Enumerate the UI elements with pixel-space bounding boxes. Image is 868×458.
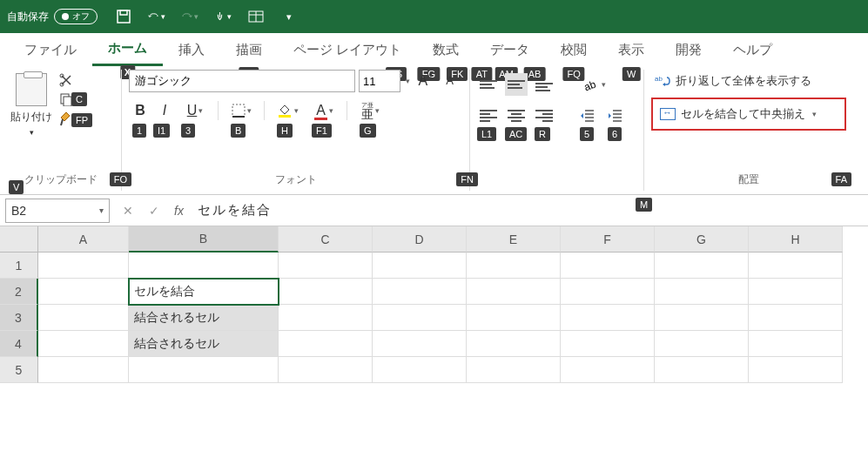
cell[interactable] [373, 253, 467, 279]
qat-customize-icon[interactable]: ▾ [280, 8, 298, 25]
cell[interactable] [38, 305, 129, 331]
orientation-button[interactable]: ab ▾ [576, 73, 611, 96]
formula-input[interactable]: セルを結合 [191, 202, 868, 219]
tab-data[interactable]: データATAMAB [474, 35, 545, 65]
format-painter-button[interactable]: FP [59, 111, 81, 127]
cell[interactable]: セルを結合 [129, 279, 279, 305]
undo-icon[interactable]: ▾ [148, 8, 165, 25]
cell[interactable] [279, 357, 373, 383]
select-all-corner[interactable] [0, 226, 38, 253]
cell[interactable] [655, 305, 749, 331]
cell[interactable] [373, 279, 467, 305]
tab-file[interactable]: ファイル [9, 35, 92, 65]
tab-review[interactable]: 校閲FQ [545, 35, 602, 65]
cell[interactable] [38, 253, 129, 279]
tab-view[interactable]: 表示W [602, 35, 660, 65]
row-header[interactable]: 2 [0, 279, 38, 305]
touch-mode-icon[interactable]: ▾ [214, 8, 232, 25]
cell[interactable] [749, 305, 843, 331]
cell[interactable] [373, 357, 467, 383]
cell[interactable] [129, 253, 279, 279]
cell[interactable] [561, 279, 655, 305]
formula-confirm-icon[interactable]: ✓ [141, 204, 167, 218]
column-header[interactable]: D [373, 226, 467, 253]
column-header[interactable]: C [279, 226, 373, 253]
cell[interactable]: 結合されるセル [129, 331, 279, 357]
merge-center-button[interactable]: セルを結合して中央揃え ▾ M [651, 98, 846, 131]
column-header[interactable]: A [38, 226, 129, 253]
font-name-select[interactable] [129, 70, 355, 92]
align-bottom-button[interactable] [533, 73, 555, 96]
cell[interactable] [279, 253, 373, 279]
redo-icon[interactable]: ▾ [181, 8, 198, 25]
cell[interactable] [749, 253, 843, 279]
bold-button[interactable]: B1 [129, 99, 151, 122]
cell[interactable] [38, 279, 129, 305]
italic-button[interactable]: II1 [153, 99, 176, 122]
ruby-button[interactable]: ア亜亜 ▾ G [353, 99, 387, 122]
cell[interactable] [467, 305, 561, 331]
cell[interactable] [279, 331, 373, 357]
cell[interactable] [655, 331, 749, 357]
column-header[interactable]: B [129, 226, 279, 253]
cell[interactable] [467, 253, 561, 279]
row-header[interactable]: 3 [0, 305, 38, 331]
cell[interactable] [279, 305, 373, 331]
cell[interactable] [561, 331, 655, 357]
cell[interactable] [38, 357, 129, 383]
tab-developer[interactable]: 開発 [660, 35, 717, 65]
increase-indent-button[interactable]: 6 [604, 104, 627, 127]
cell[interactable] [749, 331, 843, 357]
row-header[interactable]: 1 [0, 253, 38, 279]
column-header[interactable]: H [749, 226, 843, 253]
cell[interactable] [279, 279, 373, 305]
cell[interactable] [129, 357, 279, 383]
align-right-button[interactable]: R [533, 104, 555, 127]
increase-font-button[interactable]: A^ [414, 70, 436, 92]
align-middle-button[interactable] [505, 73, 528, 96]
cell[interactable] [655, 253, 749, 279]
cell[interactable] [467, 331, 561, 357]
tab-home[interactable]: ホームX [92, 33, 163, 66]
row-header[interactable]: 4 [0, 331, 38, 357]
cell[interactable] [561, 357, 655, 383]
cell[interactable] [373, 331, 467, 357]
cell[interactable] [561, 253, 655, 279]
cell[interactable] [561, 305, 655, 331]
tab-draw[interactable]: 描画FF [220, 35, 278, 65]
row-header[interactable]: 5 [0, 357, 38, 383]
cell[interactable] [655, 357, 749, 383]
cell[interactable] [38, 331, 129, 357]
column-header[interactable]: F [561, 226, 655, 253]
cell[interactable] [467, 357, 561, 383]
fill-color-button[interactable]: ▾ H [270, 99, 305, 122]
cell[interactable] [749, 357, 843, 383]
tab-pagelayout[interactable]: ページ レイアウトFS [278, 35, 417, 65]
name-box[interactable]: B2 [5, 199, 110, 223]
font-color-button[interactable]: A ▾ F1 [306, 99, 341, 122]
tab-insert[interactable]: 挿入 [163, 35, 220, 65]
align-left-button[interactable]: L1 [477, 104, 500, 127]
tab-help[interactable]: ヘルプ [717, 35, 788, 65]
column-header[interactable]: E [467, 226, 561, 253]
decrease-indent-button[interactable]: 5 [576, 104, 599, 127]
column-header[interactable]: G [655, 226, 749, 253]
cell[interactable] [655, 279, 749, 305]
align-top-button[interactable] [477, 73, 500, 96]
fx-icon[interactable]: fx [174, 204, 184, 218]
autosave-toggle[interactable]: 自動保存 オフ [7, 9, 98, 24]
cell[interactable] [373, 305, 467, 331]
save-icon[interactable] [115, 8, 132, 25]
cell[interactable]: 結合されるセル [129, 305, 279, 331]
tab-formulas[interactable]: 数式FGFK [417, 35, 474, 65]
cell[interactable] [749, 279, 843, 305]
decrease-font-button[interactable]: Aˇ [440, 70, 462, 92]
cut-button[interactable] [59, 73, 81, 87]
paste-button[interactable]: 貼り付け ▾ V [7, 70, 56, 140]
copy-button[interactable]: ▾ C [59, 92, 81, 106]
underline-button[interactable]: U▾3 [178, 99, 212, 122]
align-center-button[interactable]: AC [505, 104, 528, 127]
form-icon[interactable] [247, 8, 265, 25]
font-size-select[interactable] [359, 70, 400, 92]
formula-cancel-icon[interactable]: ✕ [115, 204, 141, 218]
